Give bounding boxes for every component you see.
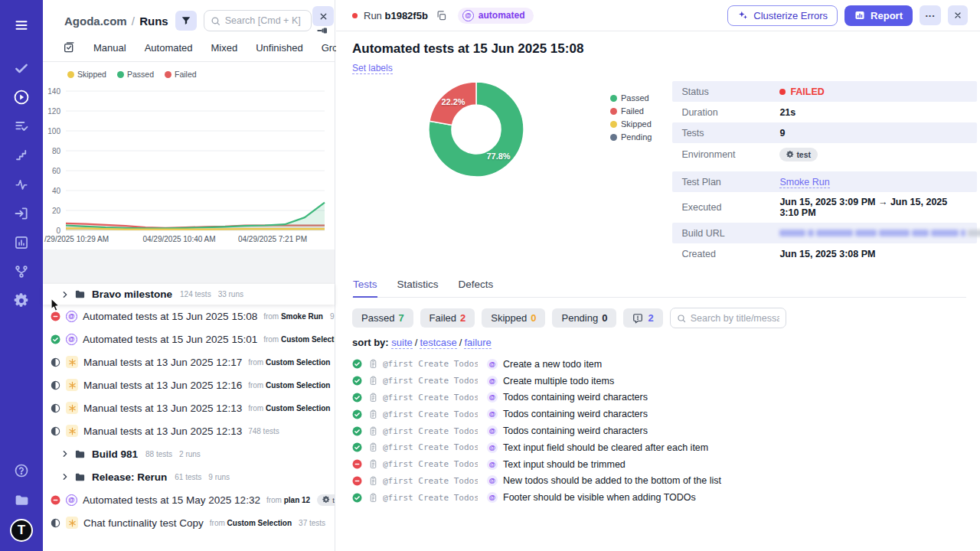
close-run-button[interactable] bbox=[948, 5, 968, 25]
sidebar-tests-icon[interactable] bbox=[7, 54, 36, 83]
filter-chip-skipped[interactable]: Skipped 0 bbox=[482, 308, 545, 328]
help-icon[interactable] bbox=[7, 456, 36, 485]
tab-statistics[interactable]: Statistics bbox=[397, 279, 439, 297]
filter-button[interactable] bbox=[175, 11, 197, 31]
detail-value: Jun 15, 2025 3:09 PM → Jun 15, 2025 3:10… bbox=[779, 197, 968, 218]
automated-test-icon: @ bbox=[487, 359, 498, 370]
run-group-row[interactable]: Build 981 88 tests 2 runs bbox=[43, 442, 335, 465]
legend-dot bbox=[165, 71, 172, 78]
legend-item: Failed bbox=[165, 70, 197, 79]
run-list-item[interactable]: Manual tests at 13 Jun 2025 12:17 from C… bbox=[43, 350, 335, 373]
projects-folder-icon[interactable] bbox=[7, 485, 36, 514]
set-labels-link[interactable]: Set labels bbox=[352, 63, 393, 74]
automated-test-icon: @ bbox=[487, 475, 498, 486]
tests-list: @first Create Todos… @ Create a new todo… bbox=[352, 356, 966, 506]
filter-chip-failed[interactable]: Failed 2 bbox=[420, 308, 475, 328]
run-list-item[interactable]: Manual tests at 13 Jun 2025 12:13 from C… bbox=[43, 396, 335, 419]
clipboard-icon bbox=[368, 493, 378, 503]
tab-defects[interactable]: Defects bbox=[459, 279, 494, 297]
test-list-item[interactable]: @first Create Todos… @ Todos containing … bbox=[352, 406, 966, 422]
runs-tab-mixed[interactable]: Mixed bbox=[211, 42, 238, 54]
clipboard-icon bbox=[368, 359, 378, 369]
panel-pin-icon[interactable] bbox=[317, 27, 328, 34]
donut-legend: PassedFailedSkippedPending bbox=[610, 93, 652, 264]
clipboard-icon bbox=[368, 426, 378, 436]
panel-close-button[interactable] bbox=[312, 6, 334, 26]
clusterize-errors-button[interactable]: Clusterize Errors bbox=[727, 5, 838, 26]
runs-tab-automated[interactable]: Automated bbox=[145, 42, 193, 54]
tests-search-input[interactable] bbox=[691, 313, 779, 324]
tests-search[interactable] bbox=[670, 308, 786, 328]
run-list-item[interactable]: @ Automated tests at 15 Jun 2025 15:08 f… bbox=[43, 305, 335, 328]
sidebar-steps-icon[interactable] bbox=[7, 141, 36, 170]
sidebar-import-icon[interactable] bbox=[7, 199, 36, 228]
detail-label: Build URL bbox=[681, 228, 779, 239]
test-list-item[interactable]: @first Create Todos… @ Todos containing … bbox=[352, 390, 966, 406]
test-list-item[interactable]: @first Create Todos… @ Text input field … bbox=[352, 439, 966, 456]
test-suite-path: @first Create Todos… bbox=[383, 476, 478, 486]
sidebar-reports-icon[interactable] bbox=[7, 228, 36, 257]
automated-badge[interactable]: @ automated bbox=[458, 8, 534, 24]
runs-tab-unfinished[interactable]: Unfinished bbox=[256, 42, 302, 54]
test-list-item[interactable]: @first Create Todos… @ New todos should … bbox=[352, 473, 966, 490]
sidebar-activity-icon[interactable] bbox=[7, 170, 36, 199]
run-title: Manual tests at 13 Jun 2025 12:17 bbox=[83, 357, 242, 368]
sort-by-failure[interactable]: failure bbox=[464, 337, 491, 349]
test-suite-path: @first Create Todos… bbox=[383, 409, 478, 419]
test-title: Create a new todo item bbox=[503, 359, 602, 370]
filter-chip-passed[interactable]: Passed 7 bbox=[352, 308, 413, 328]
copy-run-id-button[interactable] bbox=[434, 8, 449, 23]
folder-icon bbox=[74, 448, 86, 460]
sidebar-settings-icon[interactable] bbox=[7, 286, 36, 315]
test-plan-link[interactable]: Smoke Run bbox=[779, 177, 829, 188]
test-list-item[interactable]: @first Create Todos… @ Footer should be … bbox=[352, 489, 966, 506]
chevron-right-icon[interactable] bbox=[61, 473, 69, 481]
run-list-item[interactable]: Chat functinality test Copy from Custom … bbox=[43, 511, 335, 534]
chevron-right-icon[interactable] bbox=[61, 291, 69, 298]
run-list-item[interactable]: Manual tests at 13 Jun 2025 12:13 748 te… bbox=[43, 419, 335, 442]
run-list-item[interactable]: @ Automated tests at 15 May 2025 12:32 f… bbox=[43, 488, 335, 511]
run-title: Automated tests at 15 May 2025 12:32 bbox=[83, 494, 260, 506]
group-title: Release: Rerun bbox=[92, 471, 167, 483]
test-list-item[interactable]: @first Create Todos… @ Create multiple t… bbox=[352, 373, 966, 390]
runs-search[interactable] bbox=[204, 10, 312, 31]
detail-value: 9 bbox=[779, 128, 968, 139]
select-runs-icon[interactable] bbox=[63, 41, 75, 54]
run-tests-count: 37 tests bbox=[299, 519, 325, 527]
sort-by-testcase[interactable]: testcase bbox=[420, 337, 456, 349]
run-source: from Custom Selection bbox=[210, 519, 292, 527]
environment-badge[interactable]: test bbox=[779, 148, 818, 161]
test-list-item[interactable]: @first Create Todos… @ Create a new todo… bbox=[352, 356, 966, 373]
manual-run-icon bbox=[66, 402, 78, 414]
run-group-row[interactable]: Bravo milestone 124 tests 33 runs bbox=[43, 284, 335, 305]
filter-chip-comments[interactable]: 2 bbox=[623, 308, 662, 328]
runs-search-input[interactable] bbox=[225, 15, 305, 26]
project-name[interactable]: Agoda.com bbox=[64, 15, 127, 28]
menu-hamburger-icon[interactable] bbox=[7, 11, 36, 40]
tab-tests[interactable]: Tests bbox=[353, 279, 377, 298]
sidebar-runs-icon[interactable] bbox=[7, 83, 36, 112]
detail-row-tests: Tests9 bbox=[672, 122, 977, 143]
automated-test-icon: @ bbox=[487, 376, 498, 386]
chevron-right-icon[interactable] bbox=[61, 450, 69, 458]
sort-by-suite[interactable]: suite bbox=[391, 337, 412, 349]
svg-text:04/29/2025 7:21 PM: 04/29/2025 7:21 PM bbox=[238, 235, 307, 243]
report-button[interactable]: Report bbox=[844, 5, 913, 26]
manual-run-icon bbox=[66, 379, 78, 391]
run-group-row[interactable]: Release: Rerun 61 tests 9 runs bbox=[43, 465, 335, 488]
detail-row-status: StatusFAILED bbox=[672, 81, 977, 102]
automated-run-icon: @ bbox=[66, 334, 77, 345]
filter-chip-pending[interactable]: Pending 0 bbox=[552, 308, 616, 328]
sidebar-branches-icon[interactable] bbox=[7, 257, 36, 286]
test-list-item[interactable]: @first Create Todos… @ Todos containing … bbox=[352, 422, 966, 439]
run-list-item[interactable]: @ Automated tests at 15 Jun 2025 15:01 f… bbox=[43, 328, 335, 350]
test-list-item[interactable]: @first Create Todos… @ Text input should… bbox=[352, 456, 966, 473]
more-actions-button[interactable]: ··· bbox=[920, 5, 941, 25]
app-sidebar: T bbox=[0, 0, 43, 551]
run-list-item[interactable]: Manual tests at 13 Jun 2025 12:16 from C… bbox=[43, 373, 335, 396]
close-icon bbox=[953, 11, 962, 20]
filter-funnel-icon bbox=[181, 15, 191, 26]
sidebar-plans-icon[interactable] bbox=[7, 112, 36, 141]
runs-tab-manual[interactable]: Manual bbox=[93, 42, 126, 54]
app-logo[interactable]: T bbox=[10, 519, 33, 542]
